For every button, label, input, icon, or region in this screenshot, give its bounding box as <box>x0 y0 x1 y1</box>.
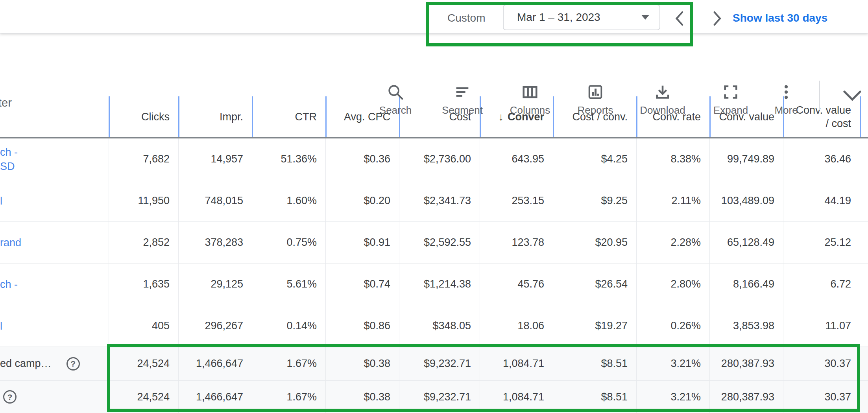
download-icon <box>654 83 672 101</box>
table-row: l 11,950 748,015 1.60% $0.20 $2,341.73 2… <box>0 180 868 222</box>
toolbar-segment-button[interactable]: Segment <box>428 83 497 116</box>
cell-clicks: 11,950 <box>109 180 178 221</box>
date-range-type-label[interactable]: Custom <box>447 12 485 24</box>
cell-avg-cpc: $0.38 <box>325 381 399 413</box>
google-ads-campaign-table-screen: Custom Mar 1 – 31, 2023 Show last 30 day… <box>0 0 868 413</box>
toolbar-reports-button[interactable]: Reports <box>561 83 630 116</box>
cell-avg-cpc: $0.74 <box>325 264 399 305</box>
cell-avg-cpc: $0.86 <box>325 305 399 347</box>
previous-period-button[interactable] <box>671 10 687 27</box>
cell-impressions: 378,283 <box>178 222 252 263</box>
cell-impressions: 1,466,647 <box>178 381 252 413</box>
date-range-bar: Custom Mar 1 – 31, 2023 Show last 30 day… <box>0 0 868 33</box>
toolbar-download-button[interactable]: Download <box>628 83 697 116</box>
more-icon <box>777 83 795 101</box>
cell-impressions: 1,466,647 <box>178 347 252 380</box>
cell-ctr: 0.14% <box>252 305 325 347</box>
cell-conv-value: 280,387.93 <box>709 381 783 413</box>
cell-clicks: 24,524 <box>109 381 178 413</box>
campaign-link[interactable]: ch -SD <box>0 138 109 180</box>
cell-conv-rate: 8.38% <box>636 138 709 180</box>
cell-cost: $348.05 <box>399 305 480 347</box>
cell-conv-rate: 3.21% <box>636 381 709 413</box>
cell-conversions: 18.06 <box>480 305 553 347</box>
toolbar-label: Reports <box>577 104 613 116</box>
cell-conversions: 253.15 <box>480 180 553 221</box>
cell-partial <box>860 381 868 413</box>
toolbar-divider <box>819 81 820 110</box>
campaign-link[interactable]: ch - <box>0 264 109 305</box>
total-row-filtered-campaigns: ed camp… ? 24,524 1,466,647 1.67% $0.38 … <box>0 347 868 381</box>
cell-impressions: 14,957 <box>178 138 252 180</box>
cell-impressions: 29,125 <box>178 264 252 305</box>
table-row: l 405 296,267 0.14% $0.86 $348.05 18.06 … <box>0 305 868 347</box>
toolbar-label: Download <box>640 104 685 116</box>
show-last-30-days-link[interactable]: Show last 30 days <box>733 12 827 24</box>
cell-partial <box>860 138 868 180</box>
toolbar-columns-button[interactable]: Columns <box>495 83 565 116</box>
help-icon[interactable]: ? <box>66 357 80 371</box>
cell-conv-value-per-cost: 11.07 <box>783 305 860 347</box>
cell-conv-value: 103,489.09 <box>709 180 783 221</box>
toolbar-label: Expand <box>713 104 748 116</box>
total-row-account: ? 24,524 1,466,647 1.67% $0.38 $9,232.71… <box>0 381 868 413</box>
cell-avg-cpc: $0.91 <box>325 222 399 263</box>
column-header-ctr[interactable]: CTR <box>252 96 325 137</box>
collapse-table-button[interactable] <box>841 88 863 104</box>
column-header-impressions[interactable]: Impr. <box>178 96 252 137</box>
date-range-value: Mar 1 – 31, 2023 <box>517 11 600 24</box>
cell-cost: $2,341.73 <box>399 180 480 221</box>
cell-partial <box>860 222 868 263</box>
cell-cost-per-conv: $26.54 <box>553 264 636 305</box>
cell-conv-value: 8,166.49 <box>709 264 783 305</box>
campaign-link[interactable]: l <box>0 180 109 221</box>
cell-ctr: 0.75% <box>252 222 325 263</box>
campaign-link[interactable]: rand <box>0 222 109 263</box>
cell-clicks: 24,524 <box>109 347 178 380</box>
help-icon[interactable]: ? <box>3 390 17 404</box>
toolbar-label: Segment <box>442 104 483 116</box>
cell-conv-value-per-cost: 6.72 <box>783 264 860 305</box>
cell-ctr: 51.36% <box>252 138 325 180</box>
total-row-label: ? <box>0 381 109 413</box>
dropdown-caret-icon <box>641 15 649 20</box>
toolbar-search-button[interactable]: Search <box>361 83 430 116</box>
cell-conversions: 123.78 <box>480 222 553 263</box>
cell-ctr: 1.60% <box>252 180 325 221</box>
cell-conversions: 1,084.71 <box>480 381 553 413</box>
cell-cost-per-conv: $19.27 <box>553 305 636 347</box>
cell-cost-per-conv: $8.51 <box>553 347 636 380</box>
cell-conv-rate: 2.80% <box>636 264 709 305</box>
cell-cost-per-conv: $8.51 <box>553 381 636 413</box>
columns-icon <box>521 83 539 101</box>
next-period-button[interactable] <box>709 10 725 27</box>
cell-cost: $2,592.55 <box>399 222 480 263</box>
cell-conv-rate: 0.26% <box>636 305 709 347</box>
filter-label-fragment[interactable]: ter <box>0 96 12 109</box>
table-row: ch - 1,635 29,125 5.61% $0.74 $1,214.38 … <box>0 264 868 305</box>
cell-conversions: 1,084.71 <box>480 347 553 380</box>
cell-conv-value-per-cost: 30.37 <box>783 381 860 413</box>
cell-avg-cpc: $0.38 <box>325 347 399 380</box>
cell-conv-value: 99,749.89 <box>709 138 783 180</box>
toolbar-more-button[interactable]: More <box>752 83 821 116</box>
cell-conv-rate: 2.28% <box>636 222 709 263</box>
cell-partial <box>860 305 868 347</box>
cell-cost: $1,214.38 <box>399 264 480 305</box>
cell-conv-value: 3,853.98 <box>709 305 783 347</box>
search-icon <box>386 83 404 101</box>
cell-clicks: 405 <box>109 305 178 347</box>
cell-clicks: 2,852 <box>109 222 178 263</box>
campaign-stats-table: Clicks Impr. CTR Avg. CPC Cost ↓ Conver … <box>0 96 868 413</box>
campaign-link[interactable]: l <box>0 305 109 347</box>
column-header-campaign <box>0 96 109 137</box>
cell-avg-cpc: $0.36 <box>325 138 399 180</box>
chevron-left-icon <box>671 10 687 27</box>
cell-ctr: 1.67% <box>252 347 325 380</box>
cell-partial <box>860 180 868 221</box>
date-range-dropdown[interactable]: Mar 1 – 31, 2023 <box>503 4 660 30</box>
column-header-clicks[interactable]: Clicks <box>109 96 178 137</box>
segment-icon <box>453 83 471 101</box>
cell-conversions: 45.76 <box>480 264 553 305</box>
cell-impressions: 296,267 <box>178 305 252 347</box>
